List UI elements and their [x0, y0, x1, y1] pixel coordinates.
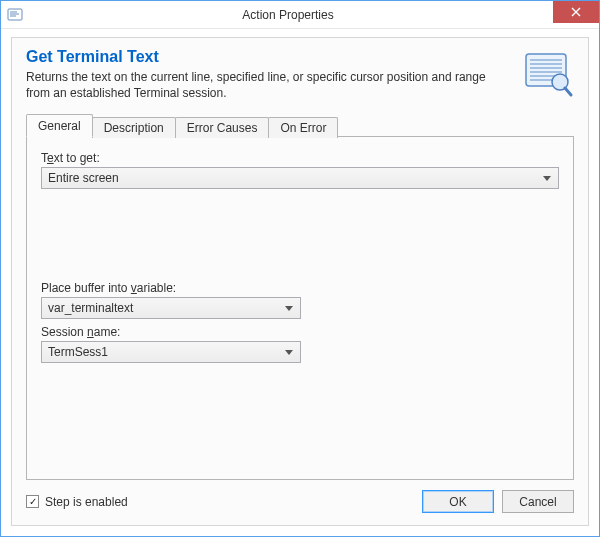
buffer-variable-value: var_terminaltext [48, 301, 282, 315]
ok-button[interactable]: OK [422, 490, 494, 513]
tab-description[interactable]: Description [92, 117, 176, 138]
titlebar: Action Properties [1, 1, 599, 29]
checkbox-icon: ✓ [26, 495, 39, 508]
field-session-name: Session name: TermSess1 [41, 325, 559, 363]
step-enabled-checkbox[interactable]: ✓ Step is enabled [26, 495, 128, 509]
tab-description-label: Description [104, 121, 164, 135]
app-icon [7, 7, 23, 23]
field-buffer-variable: Place buffer into variable: var_terminal… [41, 281, 559, 319]
close-button[interactable] [553, 1, 599, 23]
buffer-variable-combo[interactable]: var_terminaltext [41, 297, 301, 319]
tab-general-label: General [38, 119, 81, 133]
step-enabled-label: Step is enabled [45, 495, 128, 509]
session-name-label: Session name: [41, 325, 559, 339]
text-to-get-value: Entire screen [48, 171, 540, 185]
action-description: Returns the text on the current line, sp… [26, 69, 512, 101]
tab-body-general: Text to get: Entire screen Place buffer … [26, 136, 574, 480]
tab-error-causes-label: Error Causes [187, 121, 258, 135]
cancel-button[interactable]: Cancel [502, 490, 574, 513]
text-to-get-label: Text to get: [41, 151, 559, 165]
chevron-down-icon [282, 345, 296, 359]
tab-strip: General Description Error Causes On Erro… [26, 113, 574, 137]
field-text-to-get: Text to get: Entire screen [41, 151, 559, 189]
ok-button-label: OK [449, 495, 466, 509]
chevron-down-icon [282, 301, 296, 315]
chevron-down-icon [540, 171, 554, 185]
session-name-value: TermSess1 [48, 345, 282, 359]
header-text: Get Terminal Text Returns the text on th… [26, 48, 522, 101]
dialog-window: Action Properties Get Terminal Text Retu… [0, 0, 600, 537]
action-title: Get Terminal Text [26, 48, 512, 66]
buffer-variable-label: Place buffer into variable: [41, 281, 559, 295]
tab-error-causes[interactable]: Error Causes [175, 117, 270, 138]
tab-on-error[interactable]: On Error [268, 117, 338, 138]
window-title: Action Properties [23, 8, 599, 22]
cancel-button-label: Cancel [519, 495, 556, 509]
main-panel: Get Terminal Text Returns the text on th… [11, 37, 589, 526]
tab-general[interactable]: General [26, 114, 93, 137]
content-area: Get Terminal Text Returns the text on th… [1, 29, 599, 536]
terminal-icon [522, 48, 574, 100]
footer: ✓ Step is enabled OK Cancel [12, 480, 588, 525]
header-section: Get Terminal Text Returns the text on th… [12, 38, 588, 113]
svg-line-12 [565, 88, 571, 95]
session-name-combo[interactable]: TermSess1 [41, 341, 301, 363]
tabs-container: General Description Error Causes On Erro… [12, 113, 588, 480]
text-to-get-combo[interactable]: Entire screen [41, 167, 559, 189]
tab-on-error-label: On Error [280, 121, 326, 135]
